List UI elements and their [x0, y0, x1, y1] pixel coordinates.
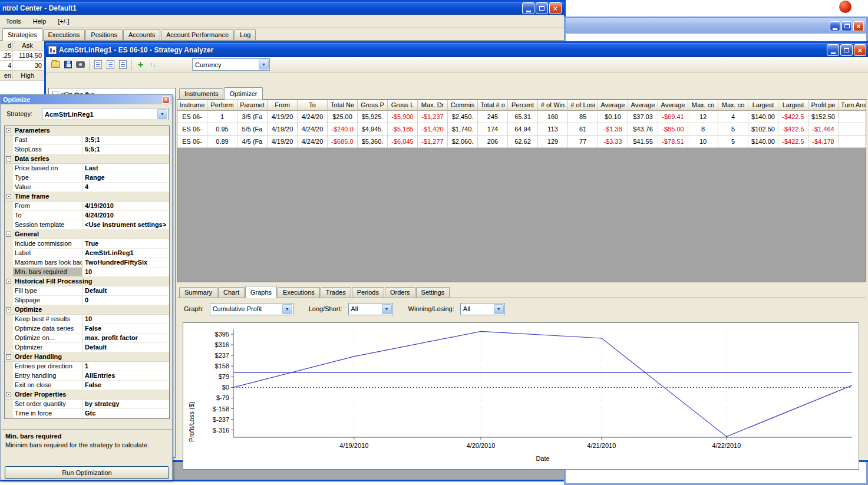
property-value[interactable]: <Use instrument settings>: [82, 220, 169, 229]
property-fast[interactable]: Fast3;5;1: [5, 136, 169, 145]
background-window-titlebar[interactable]: ×: [566, 18, 866, 34]
collapse-icon[interactable]: -: [6, 392, 11, 397]
column-header[interactable]: To: [298, 100, 328, 111]
property-category-parameters[interactable]: -Parameters: [5, 126, 169, 136]
optimize-titlebar[interactable]: Optimize ×: [1, 95, 172, 104]
property-value[interactable]: 4: [82, 183, 169, 192]
long-short-combo[interactable]: All ▼: [348, 303, 393, 315]
snapshot-icon[interactable]: [74, 58, 87, 71]
market-grid-row[interactable]: 4 30: [0, 61, 44, 71]
column-header[interactable]: From: [268, 100, 298, 111]
market-grid-row[interactable]: .25 1184.50: [0, 51, 44, 61]
property-slippage[interactable]: Slippage0: [5, 296, 169, 305]
menu-help[interactable]: Help: [27, 15, 52, 27]
column-header[interactable]: Average: [628, 100, 658, 111]
control-center-titlebar[interactable]: ntrol Center - Default1 ×: [0, 2, 564, 15]
minimize-button[interactable]: [830, 21, 840, 31]
tab-instruments[interactable]: Instruments: [179, 88, 223, 99]
close-icon[interactable]: ×: [162, 96, 170, 104]
property-value[interactable]: False: [82, 324, 169, 333]
property-min-bars-required[interactable]: Min. bars required10: [5, 268, 169, 277]
cc-tab-positions[interactable]: Positions: [85, 29, 123, 40]
collapse-icon[interactable]: -: [6, 194, 11, 199]
property-category-order-handling[interactable]: -Order Handling: [5, 352, 169, 362]
property-optimize-on[interactable]: Optimize on...max. profit factor: [5, 334, 169, 343]
tab-graphs[interactable]: Graphs: [245, 286, 277, 298]
tab-chart[interactable]: Chart: [218, 287, 245, 298]
column-header[interactable]: Turn Aro: [839, 100, 866, 111]
collapse-icon[interactable]: -: [6, 307, 11, 312]
column-header[interactable]: Average: [658, 100, 688, 111]
property-value[interactable]: Value4: [5, 183, 169, 192]
grid-view-icon[interactable]: [104, 58, 117, 71]
property-entry-handling[interactable]: Entry handlingAllEntries: [5, 371, 169, 381]
property-value[interactable]: 0: [82, 296, 169, 305]
report-view-icon[interactable]: [92, 58, 104, 71]
import-export-icon[interactable]: ↑↓: [147, 58, 159, 71]
property-value[interactable]: AllEntries: [82, 371, 169, 380]
column-header[interactable]: Max. Dr: [418, 100, 448, 111]
minimize-button[interactable]: [522, 2, 534, 14]
property-value[interactable]: False: [82, 381, 169, 390]
tab-periods[interactable]: Periods: [352, 287, 384, 298]
property-value[interactable]: 10: [82, 315, 169, 324]
maximize-button[interactable]: [536, 2, 548, 14]
property-category-optimize[interactable]: -Optimize: [5, 305, 169, 315]
property-value[interactable]: True: [82, 239, 169, 248]
property-value[interactable]: 4/24/2010: [82, 211, 169, 220]
close-button[interactable]: ×: [549, 2, 562, 14]
property-value[interactable]: Range: [82, 173, 169, 182]
dropdown-arrow-icon[interactable]: ▼: [494, 304, 504, 314]
collapse-icon[interactable]: -: [6, 279, 11, 284]
collapse-icon[interactable]: -: [6, 156, 11, 161]
column-header[interactable]: Total # o: [478, 100, 508, 111]
property-value[interactable]: 3;5;1: [82, 136, 169, 144]
cc-tab-strategies[interactable]: Strategies: [2, 28, 42, 41]
chart-view-icon[interactable]: [117, 58, 129, 71]
dropdown-arrow-icon[interactable]: ▼: [382, 304, 392, 314]
close-button[interactable]: ×: [854, 44, 866, 56]
property-value[interactable]: Gtc: [82, 409, 169, 418]
column-header[interactable]: Gross P: [358, 100, 388, 111]
property-keep-best-results[interactable]: Keep best # results10: [5, 315, 169, 324]
column-header[interactable]: Max. co: [718, 100, 748, 111]
column-header[interactable]: Profit pe: [808, 100, 839, 111]
strategy-combo[interactable]: AcmStrLinReg1 ▼: [42, 108, 169, 120]
property-value[interactable]: max. profit factor: [82, 334, 169, 342]
column-header[interactable]: Largest: [778, 100, 808, 111]
open-icon[interactable]: [49, 58, 62, 71]
property-fill-type[interactable]: Fill typeDefault: [5, 286, 169, 296]
property-category-order-properties[interactable]: -Order Properties: [5, 390, 169, 400]
column-header[interactable]: # of Win: [538, 100, 568, 111]
results-row[interactable]: ES 06-0.894/5 (Fa4/19/204/24/20-$685.0$5…: [177, 136, 866, 148]
property-value[interactable]: AcmStrLinReg1: [82, 249, 169, 258]
minimize-button[interactable]: [827, 44, 839, 56]
column-header[interactable]: Paramet: [237, 100, 268, 111]
tab-optimizer[interactable]: Optimizer: [224, 87, 262, 100]
winning-losing-combo[interactable]: All ▼: [460, 303, 505, 315]
property-entries-per-direction[interactable]: Entries per direction1: [5, 362, 169, 371]
column-header[interactable]: Average: [598, 100, 628, 111]
property-optimizer[interactable]: OptimizerDefault: [5, 343, 169, 352]
column-header[interactable]: Largest: [748, 100, 778, 111]
close-button[interactable]: ×: [853, 21, 864, 31]
cc-tab-accounts[interactable]: Accounts: [123, 29, 160, 40]
tab-orders[interactable]: Orders: [385, 287, 415, 298]
property-exit-on-close[interactable]: Exit on closeFalse: [5, 381, 169, 390]
property-stoploss[interactable]: StopLoss5;5;1: [5, 145, 169, 154]
property-value[interactable]: Last: [82, 164, 169, 173]
property-value[interactable]: 4/19/2010: [82, 202, 169, 210]
column-header[interactable]: Max. co: [688, 100, 718, 111]
run-optimization-button[interactable]: Run Optimization: [5, 466, 169, 479]
market-grid-header[interactable]: en High: [0, 71, 44, 81]
tab-summary[interactable]: Summary: [179, 287, 217, 298]
cc-tab-executions[interactable]: Executions: [43, 29, 85, 40]
property-value[interactable]: Default: [82, 343, 169, 352]
property-value[interactable]: Default: [82, 286, 169, 295]
column-header[interactable]: Commis: [448, 100, 478, 111]
property-value[interactable]: 10: [82, 268, 169, 276]
save-icon[interactable]: [62, 58, 74, 71]
dropdown-arrow-icon[interactable]: ▼: [157, 109, 167, 119]
property-value[interactable]: 1: [82, 362, 169, 371]
collapse-icon[interactable]: -: [6, 128, 11, 133]
